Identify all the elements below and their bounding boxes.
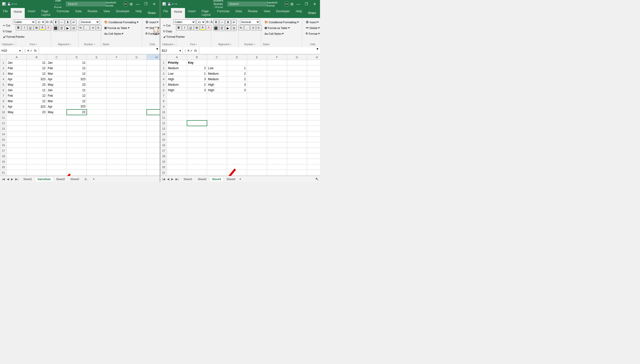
left-col-F[interactable]: F [107, 54, 127, 60]
right-tab-file[interactable]: File [160, 8, 171, 18]
right-align-center-btn[interactable]: ☰ [219, 26, 225, 31]
cell-H2[interactable] [147, 66, 160, 71]
left-search-input[interactable] [66, 2, 106, 6]
cell-F12[interactable] [107, 120, 127, 126]
right-format-as-table-btn[interactable]: ▦ Format as Table ▾ [263, 25, 301, 30]
right-cell-B8[interactable] [187, 98, 207, 104]
left-merge-btn[interactable]: ⊡ [71, 26, 77, 31]
right-cell-G4[interactable] [287, 76, 307, 82]
left-bold-btn[interactable]: B [16, 25, 21, 30]
cell-E8[interactable] [87, 98, 107, 104]
cell-B8[interactable]: 12 [27, 98, 47, 104]
right-cell-H1[interactable] [307, 60, 320, 66]
right-select-all[interactable] [161, 54, 167, 60]
right-col-A[interactable]: A [167, 54, 187, 60]
cell-A8[interactable]: Mar [7, 98, 27, 104]
left-tab-s-more[interactable]: S... [82, 177, 92, 182]
cell-H10[interactable] [147, 110, 160, 115]
right-cell-A8[interactable] [167, 98, 187, 104]
left-restore-btn[interactable]: ❐ [143, 0, 149, 8]
right-cell-C4[interactable]: Medium [207, 76, 227, 82]
right-name-box-dropdown[interactable]: ▾ [180, 49, 181, 52]
right-col-B[interactable]: B [187, 54, 207, 60]
left-dec-dec-btn[interactable]: 0. [96, 25, 102, 30]
cell-D11[interactable] [67, 115, 87, 120]
right-cell-F4[interactable] [267, 76, 287, 82]
right-align-top-btn[interactable]: ⬆ [213, 20, 219, 25]
right-underline-btn[interactable]: U [188, 25, 194, 30]
right-cell-G1[interactable] [287, 60, 307, 66]
right-cell-F11[interactable] [267, 115, 287, 120]
right-cell-E2[interactable] [247, 66, 267, 71]
right-cell-E8[interactable] [247, 98, 267, 104]
right-dec-inc-btn[interactable]: .0 [250, 25, 256, 30]
cell-H13[interactable] [147, 126, 160, 132]
right-merge-btn[interactable]: ⊡ [231, 26, 237, 31]
right-tab-view[interactable]: View [261, 8, 273, 18]
right-cell-D10[interactable] [227, 110, 247, 115]
left-align-top-btn[interactable]: ⬆ [53, 20, 59, 25]
alignment-expand-icon[interactable]: ↘ [70, 43, 71, 46]
right-comma-btn[interactable]: , [244, 25, 250, 30]
right-cell-D13[interactable] [227, 126, 247, 132]
left-add-sheet-btn[interactable]: + [92, 177, 96, 182]
right-align-right-btn[interactable]: ▶ [225, 26, 231, 31]
right-cell-D1[interactable] [227, 60, 247, 66]
right-border-btn[interactable]: ⊞ [194, 25, 200, 30]
left-font-color-btn[interactable]: A [46, 25, 51, 30]
right-cell-B11[interactable] [187, 115, 207, 120]
cell-H5[interactable] [147, 82, 160, 88]
right-cell-D5[interactable]: 3 [227, 82, 247, 88]
cell-F13[interactable] [107, 126, 127, 132]
right-tab-home[interactable]: Home [171, 8, 185, 18]
right-cell-H2[interactable] [307, 66, 320, 71]
cell-G7[interactable] [127, 93, 147, 98]
cell-A5[interactable]: May [7, 82, 27, 88]
cell-C10[interactable]: May [47, 110, 67, 115]
cell-C3[interactable]: Mar [47, 71, 67, 76]
right-cell-A4[interactable]: High [167, 76, 187, 82]
left-tab-page-layout[interactable]: Page Layout [38, 8, 54, 18]
right-cell-G6[interactable] [287, 88, 307, 93]
left-align-left-btn[interactable]: ⬛ [53, 26, 59, 31]
right-cell-E5[interactable] [247, 82, 267, 88]
right-cell-G5[interactable] [287, 82, 307, 88]
cell-E5[interactable] [87, 82, 107, 88]
cell-E6[interactable] [87, 88, 107, 93]
cell-G10[interactable] [127, 110, 147, 115]
cell-G4[interactable] [127, 76, 147, 82]
right-cell-D4[interactable]: 2 [227, 76, 247, 82]
right-cell-G8[interactable] [287, 98, 307, 104]
cell-D7[interactable]: 12 [67, 93, 87, 98]
right-align-middle-btn[interactable]: ↔ [219, 20, 225, 25]
cell-F4[interactable] [107, 76, 127, 82]
right-cell-A6[interactable]: High [167, 88, 187, 93]
right-layout-icon[interactable]: ⊞ [291, 2, 294, 6]
right-cell-E7[interactable] [247, 93, 267, 98]
left-font-size-select[interactable]: 11 [36, 20, 45, 24]
left-formula-input[interactable] [39, 47, 155, 54]
right-cell-H10[interactable] [307, 110, 320, 115]
right-cell-A1[interactable]: Priority [167, 60, 187, 66]
left-sheet-first[interactable]: |◀ [1, 177, 6, 182]
right-font-size-select[interactable]: 11 [197, 20, 206, 24]
right-close-btn[interactable]: ✕ [311, 0, 318, 8]
cell-E12[interactable] [87, 120, 107, 126]
right-cell-D12[interactable] [227, 120, 247, 126]
right-cell-G7[interactable] [287, 93, 307, 98]
left-format-as-table-btn[interactable]: ▦ Format as Table ▾ [103, 25, 140, 30]
right-cell-C8[interactable] [207, 98, 227, 104]
right-cell-F1[interactable] [267, 60, 287, 66]
cell-A12[interactable] [7, 120, 27, 126]
right-cell-B4[interactable]: 3 [187, 76, 207, 82]
left-minimize-btn[interactable]: — [134, 0, 141, 8]
cell-A11[interactable] [7, 115, 27, 120]
redo-icon[interactable]: ↪ [15, 2, 17, 6]
right-cell-B1[interactable]: Key [187, 60, 207, 66]
right-cell-G12[interactable] [287, 120, 307, 126]
cell-F10[interactable] [107, 110, 127, 115]
right-cell-A2[interactable]: Medium [167, 66, 187, 71]
cell-E3[interactable] [87, 71, 107, 76]
left-col-H[interactable]: H [147, 54, 160, 60]
left-underline-btn[interactable]: U [28, 25, 33, 30]
